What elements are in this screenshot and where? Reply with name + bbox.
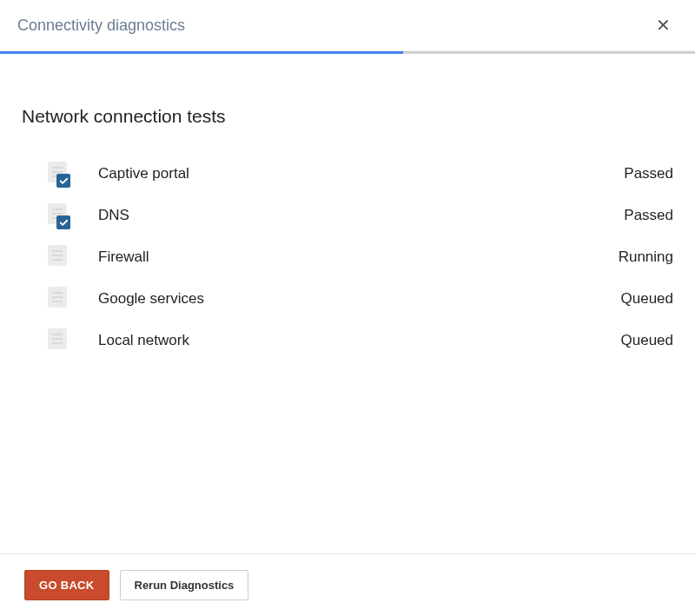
close-icon: ✕ <box>656 16 671 35</box>
test-status-icon <box>48 328 74 353</box>
test-row[interactable]: DNSPassed <box>48 195 673 236</box>
test-label: Firewall <box>74 248 619 266</box>
rerun-diagnostics-button[interactable]: Rerun Diagnostics <box>120 570 249 600</box>
section-title: Network connection tests <box>22 106 673 127</box>
page-title: Connectivity diagnostics <box>17 17 185 35</box>
test-row[interactable]: Captive portalPassed <box>48 153 673 195</box>
check-icon <box>56 174 70 188</box>
test-label: Google services <box>74 290 621 308</box>
test-status: Passed <box>624 207 673 224</box>
test-row[interactable]: FirewallRunning <box>48 236 673 278</box>
test-row[interactable]: Local networkQueued <box>48 320 673 361</box>
test-status: Passed <box>624 165 673 182</box>
header: Connectivity diagnostics ✕ <box>0 0 695 51</box>
test-status: Queued <box>621 290 674 308</box>
test-status-icon <box>48 287 74 311</box>
test-label: Captive portal <box>74 165 624 182</box>
test-status: Running <box>619 248 673 266</box>
footer: GO BACK Rerun Diagnostics <box>0 553 695 616</box>
test-status: Queued <box>621 332 674 349</box>
test-status-icon <box>48 203 74 228</box>
test-row[interactable]: Google servicesQueued <box>48 278 673 320</box>
document-icon <box>48 287 67 308</box>
test-label: DNS <box>74 207 624 224</box>
test-status-icon <box>48 162 74 186</box>
test-list: Captive portalPassedDNSPassedFirewallRun… <box>22 153 673 361</box>
progress-fill <box>0 51 403 54</box>
document-icon <box>48 328 67 349</box>
go-back-button[interactable]: GO BACK <box>24 570 109 600</box>
check-icon <box>56 215 70 229</box>
progress-bar <box>0 51 695 54</box>
content-area: Network connection tests Captive portalP… <box>0 54 695 379</box>
test-label: Local network <box>74 332 621 349</box>
close-button[interactable]: ✕ <box>649 13 678 37</box>
test-status-icon <box>48 245 74 269</box>
document-icon <box>48 245 67 266</box>
